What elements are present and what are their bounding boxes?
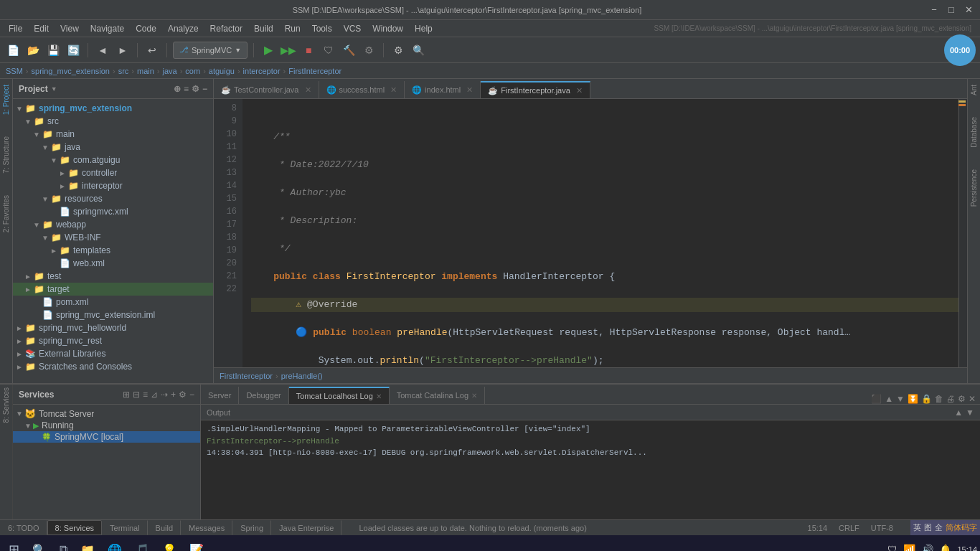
up-scroll-icon[interactable]: ▲	[954, 408, 963, 418]
close-icon[interactable]: ✕	[376, 392, 382, 400]
todo-tab[interactable]: 6: TODO	[0, 520, 47, 535]
tree-helloworld[interactable]: ► 📁 spring_mvc_helloworld	[13, 321, 213, 334]
collapse-all-icon[interactable]: ⊟	[133, 390, 140, 400]
menu-window[interactable]: Window	[367, 22, 409, 35]
tree-webapp[interactable]: ▼ 📁 webapp	[13, 218, 213, 231]
tab-close-icon[interactable]: ✕	[466, 85, 473, 95]
database-label[interactable]: Database	[969, 114, 979, 151]
scroll-up-icon[interactable]: ▲	[885, 394, 893, 404]
crlf-indicator[interactable]: CRLF	[839, 524, 859, 532]
wrap-icon[interactable]: ⬛	[871, 394, 882, 404]
print-icon[interactable]: 🖨	[946, 394, 955, 404]
tree-controller[interactable]: ► 📁 controller	[13, 166, 213, 179]
spring-tab[interactable]: Spring	[232, 520, 271, 535]
branch-selector[interactable]: ⎇ SpringMVC ▼	[173, 42, 248, 59]
search-button[interactable]: 🔍	[27, 540, 52, 552]
bc-com[interactable]: com	[185, 67, 200, 75]
log-tab-server[interactable]: Server	[201, 387, 239, 404]
tree-webinf[interactable]: ▼ 📁 WEB-INF	[13, 231, 213, 244]
build-tab[interactable]: Build	[148, 520, 181, 535]
tab-close-icon[interactable]: ✕	[576, 86, 583, 95]
group-icon[interactable]: ≡	[143, 390, 148, 400]
tree-tomcat-server[interactable]: ▼ 🐱 Tomcat Server	[13, 408, 200, 420]
run-debug-button[interactable]: ▶▶	[280, 42, 297, 59]
run-coverage-button[interactable]: 🛡	[320, 42, 337, 59]
menu-edit[interactable]: Edit	[28, 22, 55, 35]
menu-tools[interactable]: Tools	[306, 22, 338, 35]
hide-icon[interactable]: −	[202, 84, 207, 94]
tree-pom-xml[interactable]: ► 📄 pom.xml	[13, 296, 213, 309]
services-side-label[interactable]: 8: Services	[2, 387, 10, 423]
menu-vcs[interactable]: VCS	[338, 22, 367, 35]
open-button[interactable]: 📂	[24, 42, 42, 59]
locate-icon[interactable]: ⊕	[174, 84, 181, 94]
menu-analyze[interactable]: Analyze	[162, 22, 204, 35]
tree-interceptor[interactable]: ► 📁 interceptor	[13, 179, 213, 192]
stop-button[interactable]: ■	[300, 42, 317, 59]
save-button[interactable]: 💾	[44, 42, 62, 59]
notification-icon[interactable]: 🔔	[939, 544, 951, 551]
start-button[interactable]: ⊞	[3, 539, 25, 551]
menu-navigate[interactable]: Navigate	[85, 22, 130, 35]
code-editor[interactable]: 8 9 10 11 12 13 14 15 16 17 18 19 20 21 …	[214, 99, 967, 367]
code-content[interactable]: /** * Date:2022/7/10 * Author:ybc * Desc…	[242, 99, 958, 367]
bc-ssm[interactable]: SSM	[6, 67, 23, 75]
settings-icon2[interactable]: ⚙	[179, 390, 187, 400]
services-tab[interactable]: 8: Services	[47, 520, 102, 535]
task-btn-8[interactable]: 📝	[184, 540, 209, 552]
down-scroll-icon[interactable]: ▼	[966, 408, 974, 418]
persistence-label[interactable]: Persistence	[969, 166, 979, 209]
tab-success-html[interactable]: 🌐 success.html ✕	[319, 81, 405, 98]
bc-firstinterceptor[interactable]: FirstInterceptor	[288, 67, 341, 75]
tree-scratches[interactable]: ► 📁 Scratches and Consoles	[13, 360, 213, 373]
new-file-button[interactable]: 📄	[4, 42, 22, 59]
bc-src[interactable]: src	[118, 67, 129, 75]
tab-testcontroller[interactable]: ☕ TestController.java ✕	[214, 81, 319, 98]
java-enterprise-tab[interactable]: Java Enterprise	[271, 520, 341, 535]
bc-main[interactable]: main	[137, 67, 154, 75]
sync-button[interactable]: 🔄	[65, 42, 82, 59]
tree-main[interactable]: ▼ 📁 main	[13, 128, 213, 141]
menu-build[interactable]: Build	[248, 22, 279, 35]
tree-running[interactable]: ▼ ▶ Running	[13, 420, 200, 431]
bc-method[interactable]: preHandle()	[281, 372, 323, 380]
timer-button[interactable]: 00:00	[944, 34, 976, 66]
tree-rest[interactable]: ► 📁 spring_mvc_rest	[13, 334, 213, 347]
log-tab-debugger[interactable]: Debugger	[239, 387, 288, 404]
encoding-indicator[interactable]: UTF-8	[871, 524, 893, 532]
settings-log-icon[interactable]: ⚙	[958, 394, 966, 404]
bc-extension[interactable]: spring_mvc_extension	[32, 67, 110, 75]
build-project-button[interactable]: ⚙	[360, 42, 377, 59]
task-view-button[interactable]: ⧉	[54, 540, 73, 551]
tree-springmvc-local[interactable]: ► 🍀 SpringMVC [local]	[13, 431, 200, 443]
ant-label[interactable]: Ant	[969, 82, 979, 98]
log-tab-catalina[interactable]: Tomcat Catalina Log ✕	[390, 387, 485, 404]
build-button[interactable]: 🔨	[340, 42, 357, 59]
expand-all-icon[interactable]: ⊞	[123, 390, 130, 400]
ime-icon[interactable]: 英	[913, 522, 921, 533]
menu-file[interactable]: File	[3, 22, 28, 35]
minimize-button[interactable]: −	[928, 4, 940, 16]
terminal-tab[interactable]: Terminal	[102, 520, 148, 535]
add-icon[interactable]: +	[171, 390, 176, 400]
filter-icon[interactable]: ⊿	[151, 390, 158, 400]
menu-help[interactable]: Help	[409, 22, 438, 35]
log-content[interactable]: .SimpleUrlHandlerMapping - Mapped to Par…	[201, 420, 980, 519]
scroll-end-icon[interactable]: ⏬	[908, 394, 918, 404]
run-green-button[interactable]: ▶	[260, 42, 277, 59]
nav-icon[interactable]: ⇢	[161, 390, 168, 400]
scroll-lock-icon[interactable]: 🔒	[921, 394, 932, 404]
menu-code[interactable]: Code	[130, 22, 162, 35]
side-favorites-label[interactable]: 2: Favorites	[1, 192, 11, 235]
forward-button[interactable]: ►	[114, 42, 131, 59]
menu-view[interactable]: View	[55, 22, 85, 35]
clear-icon[interactable]: 🗑	[935, 394, 943, 404]
tree-src[interactable]: ▼ 📁 src	[13, 115, 213, 128]
ime-icon2[interactable]: 图	[924, 522, 932, 533]
tree-templates[interactable]: ► 📁 templates	[13, 244, 213, 257]
tree-target[interactable]: ► 📁 target	[13, 283, 213, 296]
settings-icon[interactable]: ⚙	[192, 84, 199, 94]
music-button[interactable]: 🎵	[129, 540, 155, 552]
side-structure-label[interactable]: 7: Structure	[1, 133, 11, 176]
tree-com-atguigu[interactable]: ▼ 📁 com.atguigu	[13, 154, 213, 166]
